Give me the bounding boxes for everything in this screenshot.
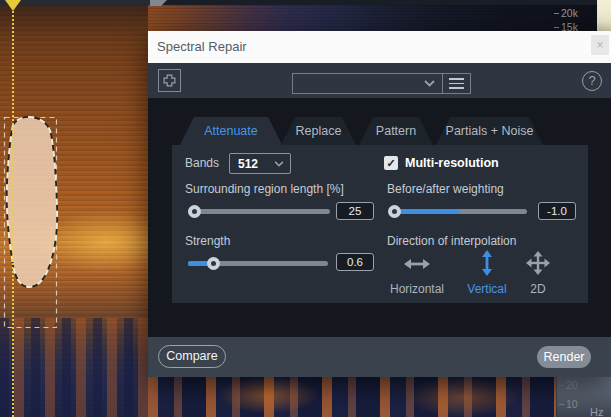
bands-value: 512 — [238, 157, 258, 171]
frequency-scale-bottom: 20 10 Hz — [556, 377, 611, 417]
playhead-marker[interactable] — [5, 0, 21, 11]
spectrogram-top-strip[interactable] — [148, 5, 611, 31]
scrollbar-thumb[interactable] — [0, 0, 150, 5]
tab-replace[interactable]: Replace — [281, 117, 356, 145]
checkmark-icon: ✓ — [386, 157, 395, 169]
direction-option-horizontal[interactable]: Horizontal — [372, 282, 462, 296]
meter-strip — [597, 0, 611, 31]
chevron-down-icon — [274, 161, 284, 167]
surrounding-region-slider[interactable] — [188, 209, 330, 214]
dialog-toolbar: ? — [148, 63, 611, 98]
before-after-value[interactable]: -1.0 — [538, 202, 576, 220]
close-button[interactable]: × — [591, 35, 609, 55]
dialog-title: Spectral Repair — [157, 31, 247, 63]
freq-tick-label: 10 — [566, 399, 578, 410]
strength-value[interactable]: 0.6 — [336, 253, 374, 271]
selection-fill[interactable] — [7, 117, 57, 287]
tick-mark — [559, 404, 564, 405]
bands-label: Bands — [185, 156, 219, 170]
horizontal-direction-icon[interactable] — [404, 257, 430, 271]
bands-select[interactable]: 512 — [229, 153, 291, 174]
strength-label: Strength — [185, 234, 230, 248]
spectral-repair-dialog: Spectral Repair × — [148, 31, 611, 377]
add-preset-button[interactable] — [158, 69, 181, 92]
surrounding-region-label: Surrounding region length [%] — [185, 182, 344, 196]
strength-handle[interactable] — [207, 257, 220, 270]
render-button[interactable]: Render — [537, 346, 591, 368]
2d-direction-icon[interactable] — [526, 251, 550, 275]
multi-resolution-checkbox[interactable]: ✓ — [384, 156, 398, 170]
direction-label: Direction of interpolation — [387, 234, 516, 248]
surrounding-region-handle[interactable] — [188, 205, 201, 218]
tab-attenuate[interactable]: Attenuate — [180, 117, 282, 145]
vertical-direction-icon[interactable] — [480, 250, 494, 276]
compare-button[interactable]: Compare — [158, 345, 226, 368]
help-button[interactable]: ? — [582, 71, 602, 91]
chevron-down-icon — [424, 80, 435, 87]
plus-icon — [161, 72, 178, 89]
tick-mark — [554, 13, 559, 14]
tick-mark — [559, 385, 564, 386]
hamburger-icon — [449, 76, 464, 90]
direction-option-2d[interactable]: 2D — [518, 282, 558, 296]
before-after-label: Before/after weighting — [387, 182, 504, 196]
tab-pattern[interactable]: Pattern — [359, 117, 433, 145]
freq-tick-label: 20k — [561, 8, 578, 19]
frequency-unit-label: Hz — [590, 406, 603, 417]
close-icon: × — [596, 38, 603, 52]
help-icon: ? — [588, 73, 595, 88]
attenuate-panel: Bands 512 ✓ Multi-resolution Surrounding… — [172, 145, 588, 303]
tab-partials-noise[interactable]: Partials + Noise — [436, 117, 543, 145]
before-after-handle[interactable] — [388, 205, 401, 218]
playhead-line[interactable] — [12, 0, 14, 417]
spectrogram-bottom-strip[interactable] — [148, 377, 611, 417]
horizontal-scrollbar[interactable] — [0, 0, 611, 5]
tick-mark — [554, 27, 559, 28]
freq-tick-label: 20 — [566, 380, 578, 391]
dialog-footer: Compare Render — [148, 337, 611, 377]
selection-region[interactable] — [0, 100, 70, 340]
spectral-repair-screen: 20k 15k 20 10 Hz Spectral Repair × — [0, 0, 611, 417]
frequency-scale-top: 20k 15k — [554, 5, 598, 31]
direction-option-vertical[interactable]: Vertical — [455, 282, 519, 296]
preset-select[interactable] — [292, 73, 442, 94]
surrounding-region-value[interactable]: 25 — [336, 202, 374, 220]
multi-resolution-label: Multi-resolution — [405, 156, 499, 170]
dialog-title-bar[interactable]: Spectral Repair × — [148, 31, 611, 63]
preset-menu-button[interactable] — [442, 73, 471, 94]
